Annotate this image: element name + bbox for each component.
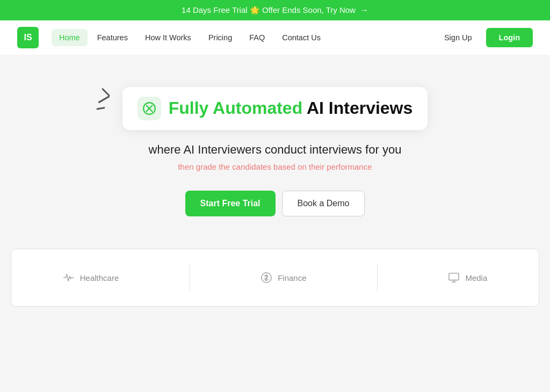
industry-strip: Healthcare Finance Media xyxy=(11,249,539,307)
nav-item-pricing[interactable]: Pricing xyxy=(201,29,240,46)
nav-item-home[interactable]: Home xyxy=(52,29,88,46)
book-demo-button[interactable]: Book a Demo xyxy=(282,191,365,216)
divider-2 xyxy=(377,264,378,291)
heartbeat-icon xyxy=(63,272,75,284)
headline-green: Fully Automated xyxy=(169,98,302,118)
nav-item-faq[interactable]: FAQ xyxy=(242,29,272,46)
navbar: IS Home Features How It Works Pricing FA… xyxy=(0,20,550,55)
sign-up-button[interactable]: Sign Up xyxy=(437,29,480,46)
sub-headline: where AI Interviewers conduct interviews… xyxy=(11,143,539,157)
cta-row: Start Free Trial Book a Demo xyxy=(11,191,539,216)
nav-links: Home Features How It Works Pricing FAQ C… xyxy=(52,29,432,46)
nav-right: Sign Up Login xyxy=(437,28,533,47)
nav-item-contact[interactable]: Contact Us xyxy=(274,29,328,46)
divider-1 xyxy=(190,264,190,291)
nav-item-features[interactable]: Features xyxy=(90,29,135,46)
nav-item-how-it-works[interactable]: How It Works xyxy=(138,29,199,46)
start-free-trial-button[interactable]: Start Free Trial xyxy=(185,191,276,216)
industry-media: Media xyxy=(448,272,487,284)
banner-arrow: → xyxy=(360,5,368,15)
monitor-icon xyxy=(448,272,460,284)
headline-black: AI Interviews xyxy=(307,98,412,118)
logo[interactable]: IS xyxy=(17,27,39,48)
login-button[interactable]: Login xyxy=(486,28,533,47)
promo-banner[interactable]: 14 Days Free Trial 🌟 Offer Ends Soon, Tr… xyxy=(0,0,550,20)
media-label: Media xyxy=(465,273,487,282)
decorative-lines xyxy=(97,87,110,100)
headline-icon xyxy=(138,97,161,120)
industry-finance: Finance xyxy=(260,272,306,284)
headline: Fully Automated AI Interviews xyxy=(169,99,413,118)
finance-label: Finance xyxy=(278,273,306,282)
hero-section: Fully Automated AI Interviews where AI I… xyxy=(0,55,550,238)
healthcare-label: Healthcare xyxy=(80,273,119,282)
banner-text: 14 Days Free Trial 🌟 Offer Ends Soon, Tr… xyxy=(182,5,356,15)
sub-text: then grade the candidates based on their… xyxy=(11,162,539,171)
headline-box: Fully Automated AI Interviews xyxy=(122,87,428,130)
industry-healthcare: Healthcare xyxy=(63,272,119,284)
svg-rect-2 xyxy=(449,273,459,280)
dollar-circle-icon xyxy=(260,272,272,284)
